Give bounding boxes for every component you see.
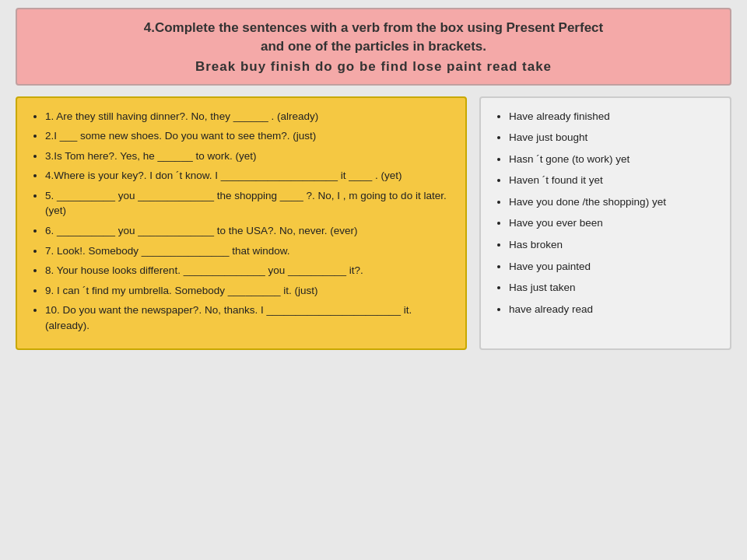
header-line1: 4.Complete the sentences with a verb fro… <box>144 20 603 35</box>
sentence-item-1: 1. Are they still having dinner?. No, th… <box>45 109 453 124</box>
sentence-item-7: 7. Look!. Somebody _______________ that … <box>45 243 453 259</box>
sentence-item-3: 3.Is Tom here?. Yes, he ______ to work. … <box>45 149 453 164</box>
header-line2: and one of the particles in brackets. <box>261 39 486 54</box>
answer-item-8: Have you painted <box>509 259 717 275</box>
sentence-item-4: 4.Where is your key?. I don ´t know. I _… <box>45 168 453 184</box>
answer-item-2: Have just bought <box>509 130 717 145</box>
header-verbs: Break buy finish do go be find lose pain… <box>33 59 714 75</box>
right-box: Have already finishedHave just boughtHas… <box>479 96 731 351</box>
sentence-item-5: 5. __________ you _____________ the shop… <box>45 188 453 219</box>
sentence-item-9: 9. I can ´t find my umbrella. Somebody _… <box>45 283 453 299</box>
main-content: 1. Are they still having dinner?. No, th… <box>16 96 731 351</box>
answer-item-10: have already read <box>509 302 717 317</box>
header-box: 4.Complete the sentences with a verb fro… <box>16 8 731 86</box>
answers-list: Have already finishedHave just boughtHas… <box>493 109 717 317</box>
sentences-list: 1. Are they still having dinner?. No, th… <box>30 109 453 334</box>
answer-item-6: Have you ever been <box>509 215 717 231</box>
answer-item-5: Have you done /the shopping) yet <box>509 194 717 210</box>
sentence-item-2: 2.I ___ some new shoes. Do you want to s… <box>45 128 453 144</box>
answer-item-9: Has just taken <box>509 280 717 296</box>
header-title: 4.Complete the sentences with a verb fro… <box>33 19 714 56</box>
answer-item-7: Has broken <box>509 237 717 253</box>
sentence-item-10: 10. Do you want the newspaper?. No, than… <box>45 303 453 333</box>
sentence-item-6: 6. __________ you _____________ to the U… <box>45 223 453 239</box>
answer-item-3: Hasn ´t gone (to work) yet <box>509 152 717 167</box>
answer-item-4: Haven ´t found it yet <box>509 173 717 188</box>
sentence-item-8: 8. Your house looks different. _________… <box>45 263 453 278</box>
left-box: 1. Are they still having dinner?. No, th… <box>16 96 467 351</box>
answer-item-1: Have already finished <box>509 109 717 124</box>
